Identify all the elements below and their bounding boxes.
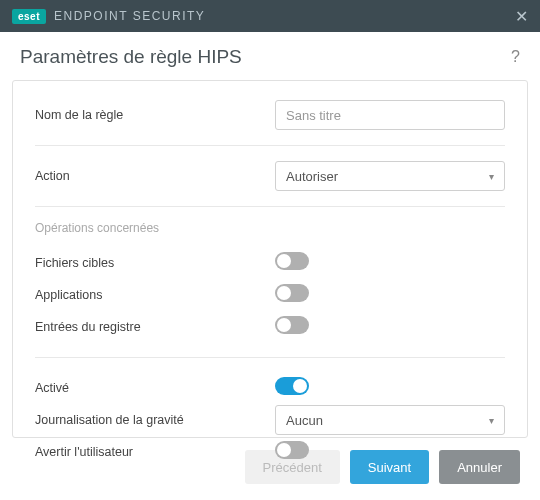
rule-name-row: Nom de la règle	[35, 99, 505, 131]
severity-label: Journalisation de la gravité	[35, 413, 275, 427]
page-title: Paramètres de règle HIPS	[20, 46, 242, 68]
close-icon[interactable]: ✕	[515, 7, 528, 26]
applications-row: Applications	[35, 279, 505, 311]
divider	[35, 206, 505, 207]
applications-label: Applications	[35, 288, 275, 302]
help-icon[interactable]: ?	[511, 48, 520, 66]
chevron-down-icon: ▾	[489, 171, 494, 182]
enabled-row: Activé	[35, 372, 505, 404]
rule-name-label: Nom de la règle	[35, 108, 275, 122]
target-files-label: Fichiers cibles	[35, 256, 275, 270]
registry-toggle[interactable]	[275, 316, 309, 334]
product-name: ENDPOINT SECURITY	[54, 9, 205, 23]
registry-label: Entrées du registre	[35, 320, 275, 334]
operations-section-label: Opérations concernées	[35, 221, 505, 235]
next-button[interactable]: Suivant	[350, 450, 429, 484]
window-header: eset ENDPOINT SECURITY ✕	[0, 0, 540, 32]
divider	[35, 145, 505, 146]
severity-select[interactable]: Aucun ▾	[275, 405, 505, 435]
target-files-toggle[interactable]	[275, 252, 309, 270]
divider	[35, 357, 505, 358]
enabled-toggle[interactable]	[275, 377, 309, 395]
severity-row: Journalisation de la gravité Aucun ▾	[35, 404, 505, 436]
chevron-down-icon: ▾	[489, 415, 494, 426]
target-files-row: Fichiers cibles	[35, 247, 505, 279]
title-bar: Paramètres de règle HIPS ?	[0, 32, 540, 80]
action-row: Action Autoriser ▾	[35, 160, 505, 192]
action-label: Action	[35, 169, 275, 183]
applications-toggle[interactable]	[275, 284, 309, 302]
cancel-button[interactable]: Annuler	[439, 450, 520, 484]
registry-row: Entrées du registre	[35, 311, 505, 343]
action-select[interactable]: Autoriser ▾	[275, 161, 505, 191]
notify-label: Avertir l'utilisateur	[35, 445, 275, 459]
notify-toggle[interactable]	[275, 441, 309, 459]
enabled-label: Activé	[35, 381, 275, 395]
action-value: Autoriser	[286, 169, 338, 184]
severity-value: Aucun	[286, 413, 323, 428]
brand-logo: eset	[12, 9, 46, 24]
settings-panel: Nom de la règle Action Autoriser ▾ Opéra…	[12, 80, 528, 438]
rule-name-input[interactable]	[275, 100, 505, 130]
